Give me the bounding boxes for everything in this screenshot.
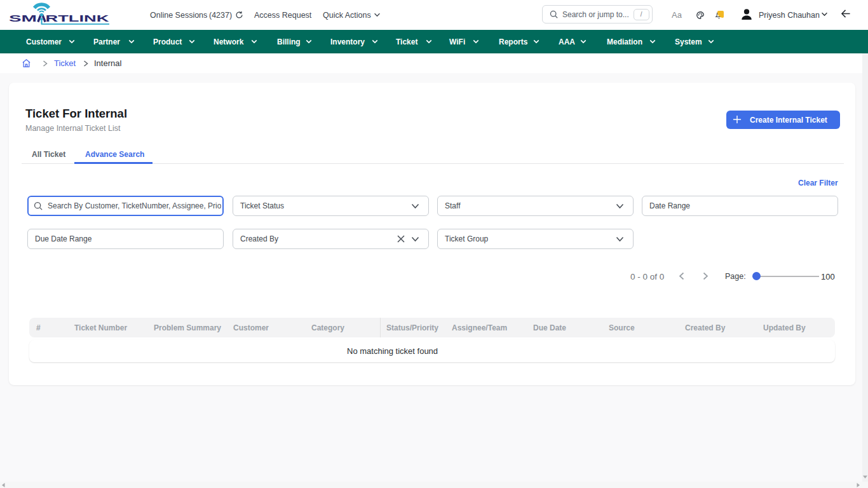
svg-text:SM: SM [9, 13, 37, 24]
svg-text:RTLINK: RTLINK [46, 13, 110, 24]
